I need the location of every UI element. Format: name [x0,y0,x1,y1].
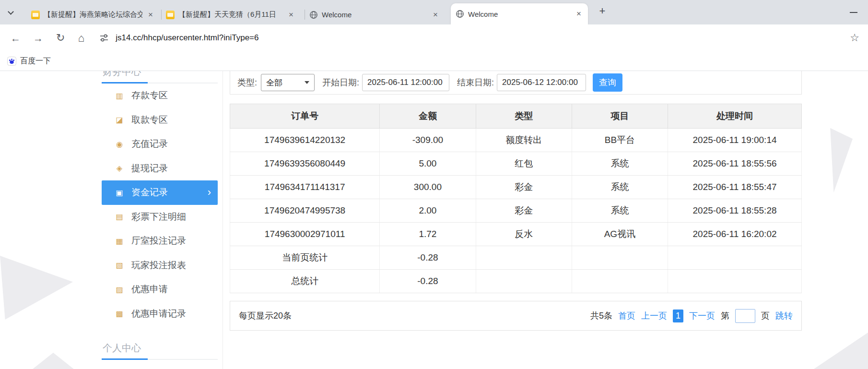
table-row: 1749634171141317 300.00 彩金 系统 2025-06-11… [230,176,802,199]
sidebar-item-funds-records[interactable]: ▣ 资金记录 › [102,180,218,205]
tab-close-icon[interactable]: × [431,11,440,19]
table-cell: 系统 [572,199,668,223]
sidebar-item-recharge-records[interactable]: ◉ 充值记录 [102,132,218,156]
table-cell: 1.72 [380,223,476,246]
end-date-input[interactable]: 2025-06-12 12:00:00 [497,74,586,91]
table-cell: 红包 [476,152,572,176]
column-header: 金额 [380,104,476,129]
decorative-triangle [827,127,856,194]
refresh-icon[interactable]: ↻ [56,33,65,43]
promo-record-icon: ▩ [114,309,125,318]
type-label: 类型: [237,77,257,88]
total-count-label: 共5条 [590,310,612,321]
sidebar-item-label: 彩票下注明细 [131,211,186,223]
table-cell [572,246,668,270]
page-jump-link[interactable]: 跳转 [775,310,793,321]
baidu-paw-icon [7,57,16,66]
new-tab-button[interactable]: + [596,5,609,18]
column-header: 处理时间 [668,104,802,129]
chevron-right-icon: › [208,186,211,199]
table-row: 1749620474995738 2.00 彩金 系统 2025-06-11 1… [230,199,802,223]
withdrawal-record-icon: ◈ [114,164,125,173]
sidebar-item-label: 资金记录 [131,186,168,199]
table-cell [572,270,668,293]
filter-bar: 类型: 全部 开始日期: 2025-06-11 12:00:00 结束日期: 2… [230,71,802,95]
page-jump-input[interactable] [735,309,755,323]
sidebar-item-lottery-bet-details[interactable]: ▤ 彩票下注明细 [102,205,218,229]
decorative-triangle [814,333,868,369]
browser-tab[interactable]: 【新提醒】海燕策略论坛综合交 × [26,5,160,24]
table-cell [668,270,802,293]
sidebar-item-label: 提现记录 [131,162,168,175]
lottery-bet-detail-icon: ▤ [114,212,125,221]
site-settings-icon[interactable] [99,33,109,43]
decorative-triangle [29,353,78,369]
sidebar: 财务中心 ▥ 存款专区 ◪ 取款专区 ◉ 充值记录 ◈ 提现记录 ▣ 资金记录 … [97,71,223,369]
bookmark-item-baidu[interactable]: 百度一下 [7,56,51,66]
chevron-down-icon [8,9,14,15]
sidebar-item-label: 充值记录 [131,138,168,150]
column-header: 类型 [476,104,572,129]
sidebar-item-withdrawal-records[interactable]: ◈ 提现记录 [102,156,218,181]
browser-tab-active[interactable]: Welcome × [451,3,588,24]
prev-page-link[interactable]: 上一页 [641,310,667,321]
deposit-icon: ▥ [114,91,125,100]
sidebar-item-label: 玩家投注报表 [131,259,186,272]
table-cell: 彩金 [476,199,572,223]
next-page-link[interactable]: 下一页 [689,310,715,321]
tab-separator [305,10,305,20]
back-icon[interactable]: ← [11,33,21,43]
bookmark-label: 百度一下 [20,56,51,66]
funds-record-icon: ▣ [114,188,125,197]
main-content: 类型: 全部 开始日期: 2025-06-11 12:00:00 结束日期: 2… [230,71,802,331]
table-cell: -309.00 [380,129,476,152]
table-cell: BB平台 [572,129,668,152]
tab-title: Welcome [322,11,427,19]
search-button[interactable]: 查询 [593,73,622,92]
bookmark-star-icon[interactable]: ☆ [850,32,859,44]
withdraw-icon: ◪ [114,115,125,124]
browser-tab[interactable]: 【新提醒】天天竞猜（6月11日 × [161,5,300,24]
browser-tab[interactable]: Welcome × [305,5,445,24]
sidebar-item-label: 优惠申请记录 [131,308,186,320]
table-cell [476,246,572,270]
table-cell: -0.28 [380,246,476,270]
sidebar-section-personal: 个人中心 [102,338,218,360]
sidebar-item-promo-apply-records[interactable]: ▩ 优惠申请记录 [102,302,218,326]
player-bet-report-icon: ▧ [114,261,125,270]
table-cell: 系统 [572,176,668,199]
tab-title: 【新提醒】海燕策略论坛综合交 [44,10,142,19]
tab-close-icon[interactable]: × [575,10,583,18]
type-select[interactable]: 全部 [261,74,315,91]
start-date-input[interactable]: 2025-06-11 12:00:00 [362,74,449,91]
table-cell: 2025-06-11 18:55:56 [668,152,802,176]
first-page-link[interactable]: 首页 [618,310,635,321]
tab-strip: 【新提醒】海燕策略论坛综合交 × 【新提醒】天天竞猜（6月11日 × Welco… [0,0,868,24]
column-header: 项目 [572,104,668,129]
current-page-badge[interactable]: 1 [673,309,683,322]
tab-search-button[interactable] [7,8,16,17]
sidebar-item-label: 取款专区 [131,114,168,126]
sidebar-item-hall-bet-records[interactable]: ▦ 厅室投注记录 [102,229,218,253]
table-cell: 2025-06-11 18:55:47 [668,176,802,199]
minimize-button[interactable] [850,12,857,13]
table-cell: 2.00 [380,199,476,223]
address-bar-url[interactable]: js14.cc/hhcp/usercenter.html?iniType=6 [116,33,258,43]
sidebar-item-player-bet-report[interactable]: ▧ 玩家投注报表 [102,253,218,278]
table-cell: 额度转出 [476,129,572,152]
home-icon[interactable]: ⌂ [78,33,84,44]
per-page-label: 每页显示20条 [239,310,292,321]
tab-title: 【新提醒】天天竞猜（6月11日 [178,10,283,19]
table-cell: 2025-06-11 18:55:28 [668,199,802,223]
bookmarks-bar: 百度一下 [0,51,868,71]
sidebar-item-promo-apply[interactable]: ▨ 优惠申请 [102,277,218,302]
forward-icon[interactable]: → [33,33,43,43]
tab-close-icon[interactable]: × [287,11,295,19]
table-cell: 1749630002971011 [230,223,380,246]
sidebar-item-deposit-zone[interactable]: ▥ 存款专区 [102,83,218,108]
tab-close-icon[interactable]: × [146,11,155,19]
sidebar-item-withdraw-zone[interactable]: ◪ 取款专区 [102,108,218,132]
mail-favicon [166,11,175,19]
type-select-value: 全部 [266,77,282,88]
page-jump-suffix: 页 [761,310,770,321]
